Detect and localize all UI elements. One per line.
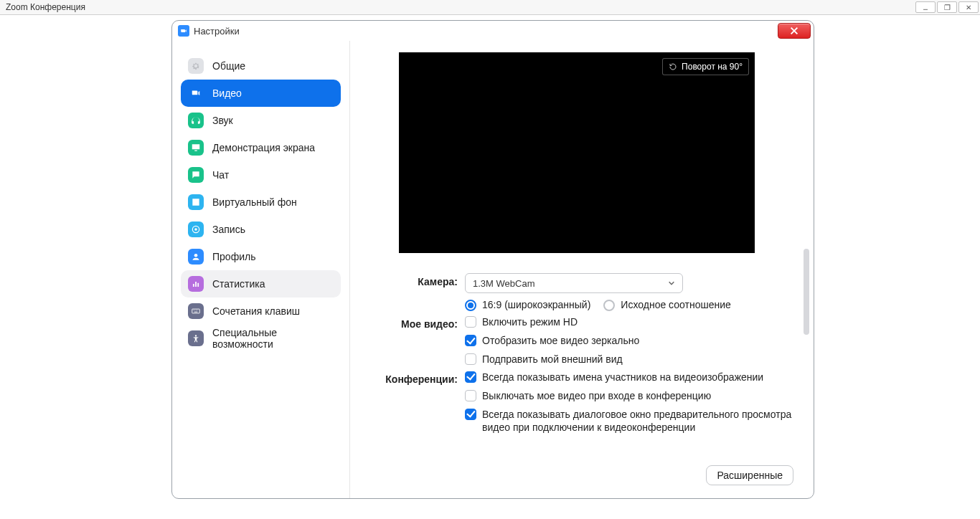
meetings-label: Конференции: — [370, 371, 465, 385]
camera-select[interactable]: 1.3M WebCam — [465, 273, 683, 293]
settings-dialog: Настройки Общие Видео — [171, 20, 814, 499]
touch-up-checkbox[interactable]: Подправить мой внешний вид — [465, 353, 793, 366]
sidebar-item-general[interactable]: Общие — [181, 52, 341, 80]
settings-main: Поворот на 90° Камера: 1.3M WebCam — [350, 41, 814, 498]
rotate-90-label: Поворот на 90° — [682, 62, 743, 72]
chevron-down-icon — [668, 280, 675, 287]
rotate-90-button[interactable]: Поворот на 90° — [662, 58, 749, 75]
dialog-close-button[interactable] — [778, 23, 811, 39]
sidebar-item-label: Звук — [212, 115, 233, 126]
svg-point-1 — [194, 228, 197, 231]
sidebar-item-chat[interactable]: Чат — [181, 161, 341, 189]
keyboard-icon — [188, 303, 204, 319]
settings-sidebar: Общие Видео Звук Демонстрация экрана — [172, 41, 350, 498]
sidebar-item-label: Сочетания клавиш — [212, 305, 300, 317]
share-screen-icon — [188, 140, 204, 156]
minimize-button[interactable]: ⎽ — [915, 1, 936, 13]
sidebar-item-statistics[interactable]: Статистика — [181, 270, 341, 297]
svg-rect-3 — [192, 309, 200, 313]
sidebar-item-audio[interactable]: Звук — [181, 107, 341, 134]
chat-icon — [188, 167, 204, 183]
preview-dialog-checkbox[interactable]: Всегда показывать диалоговое окно предва… — [465, 408, 793, 434]
sidebar-item-label: Чат — [212, 169, 229, 181]
checkbox-icon — [465, 335, 476, 346]
app-title: Zoom Конференция — [6, 2, 85, 12]
video-icon — [188, 85, 204, 101]
checkbox-label: Подправить мой внешний вид — [482, 353, 623, 366]
advanced-button-label: Расширенные — [717, 470, 783, 481]
person-frame-icon — [188, 194, 204, 210]
dialog-title: Настройки — [194, 26, 240, 37]
sidebar-item-label: Статистика — [212, 278, 265, 290]
checkbox-icon — [465, 316, 476, 328]
checkbox-label: Всегда показывать имена участников на ви… — [482, 371, 763, 384]
profile-icon — [188, 249, 204, 265]
camera-selected-value: 1.3M WebCam — [473, 278, 534, 289]
zoom-icon — [178, 25, 189, 37]
sidebar-item-label: Запись — [212, 224, 245, 235]
headphones-icon — [188, 113, 204, 128]
enable-hd-checkbox[interactable]: Включить режим HD — [465, 315, 793, 328]
sidebar-item-label: Специальные возможности — [212, 327, 334, 350]
show-names-checkbox[interactable]: Всегда показывать имена участников на ви… — [465, 371, 793, 384]
row-meetings: Конференции: Всегда показывать имена уча… — [370, 371, 793, 434]
radio-icon — [465, 300, 476, 311]
radio-label: 16:9 (широкоэкранный) — [482, 299, 590, 310]
svg-point-2 — [194, 254, 198, 257]
row-my-video: Мое видео: Включить режим HD Отобразить … — [370, 315, 793, 366]
checkbox-icon — [465, 390, 476, 401]
camera-label: Камера: — [370, 273, 465, 287]
checkbox-label: Всегда показывать диалоговое окно предва… — [482, 408, 793, 434]
dialog-titlebar: Настройки — [172, 21, 814, 41]
svg-point-4 — [195, 335, 197, 336]
checkbox-icon — [465, 371, 476, 383]
close-button[interactable]: ✕ — [958, 1, 979, 13]
app-titlebar: Zoom Конференция ⎽ ❐ ✕ — [0, 0, 980, 15]
checkbox-icon — [465, 353, 476, 365]
window-buttons: ⎽ ❐ ✕ — [915, 1, 979, 13]
sidebar-item-video[interactable]: Видео — [181, 80, 341, 107]
maximize-button[interactable]: ❐ — [937, 1, 957, 13]
radio-icon — [603, 300, 615, 311]
sidebar-item-recording[interactable]: Запись — [181, 216, 341, 243]
stats-icon — [188, 276, 204, 292]
mirror-video-checkbox[interactable]: Отобразить мое видео зеркально — [465, 334, 793, 347]
video-preview: Поворот на 90° — [399, 52, 755, 253]
accessibility-icon — [188, 330, 204, 346]
gear-icon — [188, 58, 204, 74]
checkbox-icon — [465, 409, 476, 420]
sidebar-item-label: Демонстрация экрана — [212, 142, 315, 153]
checkbox-label: Выключать мое видео при входе в конферен… — [482, 389, 711, 402]
checkbox-label: Включить режим HD — [482, 315, 578, 328]
sidebar-item-share-screen[interactable]: Демонстрация экрана — [181, 134, 341, 161]
record-icon — [188, 222, 204, 237]
radio-label: Исходное соотношение — [621, 299, 730, 310]
aspect-ratio-original-radio[interactable]: Исходное соотношение — [603, 299, 730, 311]
sidebar-item-label: Видео — [212, 87, 242, 99]
mute-on-entry-checkbox[interactable]: Выключать мое видео при входе в конферен… — [465, 389, 793, 402]
sidebar-item-label: Общие — [212, 60, 245, 72]
scrollbar-thumb[interactable] — [804, 249, 809, 335]
sidebar-item-label: Виртуальный фон — [212, 196, 297, 208]
sidebar-item-accessibility[interactable]: Специальные возможности — [181, 325, 341, 352]
aspect-ratio-wide-radio[interactable]: 16:9 (широкоэкранный) — [465, 299, 590, 311]
sidebar-item-virtual-background[interactable]: Виртуальный фон — [181, 189, 341, 216]
row-camera: Камера: 1.3M WebCam 16:9 (широкоэкранный… — [370, 273, 793, 311]
advanced-button[interactable]: Расширенные — [706, 465, 793, 485]
checkbox-label: Отобразить мое видео зеркально — [482, 334, 639, 347]
sidebar-item-shortcuts[interactable]: Сочетания клавиш — [181, 297, 341, 325]
sidebar-item-label: Профиль — [212, 251, 255, 262]
sidebar-item-profile[interactable]: Профиль — [181, 243, 341, 270]
my-video-label: Мое видео: — [370, 315, 465, 330]
